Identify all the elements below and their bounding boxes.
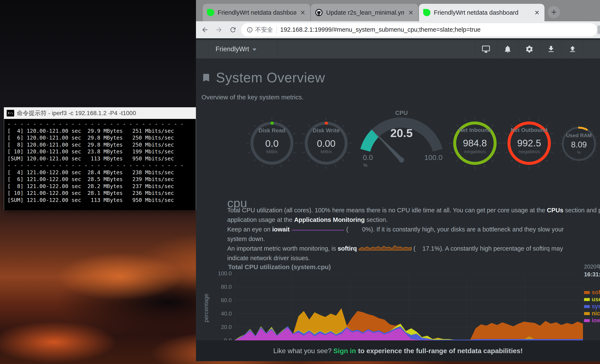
netdata-page: FriendlyWrt xyxy=(196,38,600,361)
url-text: 192.168.2.1:19999/#menu_system_submenu_c… xyxy=(280,26,481,33)
bookmark-icon xyxy=(201,71,211,84)
url-bar: 不安全 192.168.2.1:19999/#menu_system_subme… xyxy=(196,21,600,38)
svg-text:100.0: 100.0 xyxy=(424,153,442,161)
signin-banner: Like what you see? Sign in to experience… xyxy=(196,340,600,361)
y-tick-label: 20.0 xyxy=(206,324,232,330)
legend-item-user[interactable]: user xyxy=(584,296,600,303)
back-button[interactable] xyxy=(199,24,211,36)
tab-title: FriendlyWrt netdata dashboard xyxy=(218,9,296,16)
legend-item-iowait[interactable]: iowait xyxy=(584,317,600,324)
gauge-disk-write[interactable]: Disk Write 0.00 MiB/s xyxy=(298,114,355,173)
svg-text:Disk Write: Disk Write xyxy=(313,127,340,134)
gauge-cpu[interactable]: CPU 20.5 0.0 100.0 % xyxy=(359,96,444,169)
description-line: indicate network driver issues. xyxy=(227,253,600,263)
y-tick-label: 40.0 xyxy=(206,310,232,317)
legend-items: softirqusersystemniceiowait xyxy=(584,289,600,324)
iowait-sparkline xyxy=(291,225,345,234)
export-snapshot-button[interactable] xyxy=(562,40,583,58)
import-snapshot-button[interactable] xyxy=(540,40,562,58)
legend-date: 2020年3 xyxy=(584,263,600,271)
page-subtitle: Overview of the key system metrics. xyxy=(201,93,304,101)
browser-tab-3[interactable]: FriendlyWrt netdata dashboard× xyxy=(419,4,544,21)
terminal-text: - - - - - - - - - - - - - - - - - - - - … xyxy=(8,121,196,204)
new-tab-button[interactable]: + xyxy=(548,6,560,18)
legend-item-nice[interactable]: nice xyxy=(584,310,600,317)
monitor-icon xyxy=(482,45,490,53)
terminal-titlebar[interactable]: C:\ 命令提示符 - iperf3 -c 192.168.1.2 -P4 -t… xyxy=(4,107,196,119)
svg-text:%: % xyxy=(363,163,367,168)
page-heading: System Overview xyxy=(201,70,325,85)
svg-text:MiB/s: MiB/s xyxy=(266,149,278,154)
description-line: application usage at the Applications Mo… xyxy=(227,215,600,225)
node-selector-dropdown[interactable]: FriendlyWrt xyxy=(208,40,277,58)
cmd-icon: C:\ xyxy=(7,110,14,117)
forward-button[interactable] xyxy=(213,24,225,36)
svg-text:Disk Read: Disk Read xyxy=(259,127,285,134)
svg-text:%: % xyxy=(577,150,581,155)
tab-close-icon[interactable]: × xyxy=(534,9,540,17)
legend-label: softirq xyxy=(592,289,600,296)
legend-label: system xyxy=(592,303,600,310)
terminal-title: 命令提示符 - iperf3 -c 192.168.1.2 -P4 -t1000 xyxy=(17,109,136,117)
gauge-used-ram[interactable]: Used RAM 8.09 % xyxy=(559,124,599,165)
chart-legend: 2020年3 16:31:2 softirqusersystemniceiowa… xyxy=(584,263,600,324)
description-line: An important metric worth monitoring, is… xyxy=(227,244,600,253)
svg-text:Net Outbound: Net Outbound xyxy=(511,127,547,133)
y-tick-label: 80.0 xyxy=(206,284,232,290)
svg-text:MiB/s: MiB/s xyxy=(321,149,332,154)
browser-tab-2[interactable]: Update r2s_lean_minimal.yml · k× xyxy=(311,4,418,21)
upload-icon xyxy=(568,45,577,53)
netdata-icon xyxy=(423,9,431,16)
brand-label: FriendlyWrt xyxy=(216,45,249,53)
svg-text:CPU: CPU xyxy=(395,110,408,116)
svg-text:Net Inbound: Net Inbound xyxy=(459,127,491,133)
download-icon xyxy=(547,45,555,53)
svg-text:8.09: 8.09 xyxy=(571,140,587,149)
section-description: Total CPU utilization (all cores). 100% … xyxy=(227,205,600,265)
bell-icon xyxy=(503,45,512,53)
legend-item-softirq[interactable]: softirq xyxy=(584,289,600,296)
softirq-sparkline xyxy=(358,244,412,253)
svg-text:0.0: 0.0 xyxy=(363,153,373,161)
address-input[interactable]: 不安全 192.168.2.1:19999/#menu_system_subme… xyxy=(241,23,597,36)
legend-item-system[interactable]: system xyxy=(584,303,600,310)
chart-title: Total CPU utilization (system.cpu) xyxy=(228,263,331,271)
tab-close-icon[interactable]: × xyxy=(408,9,414,17)
alarms-button[interactable] xyxy=(497,40,518,58)
chevron-down-icon xyxy=(253,48,256,51)
reload-button[interactable] xyxy=(227,24,239,36)
svg-text:20.5: 20.5 xyxy=(390,127,412,139)
description-line: system down. xyxy=(227,234,600,244)
info-icon xyxy=(247,27,253,33)
gauge-disk-read[interactable]: Disk Read 0.0 MiB/s xyxy=(243,114,301,173)
terminal-output: - - - - - - - - - - - - - - - - - - - - … xyxy=(4,119,196,210)
svg-text:Used RAM: Used RAM xyxy=(566,132,592,138)
netdata-navbar: FriendlyWrt xyxy=(196,40,600,59)
gauge-net-inbound[interactable]: Net Inbound 984.8 megabits/s xyxy=(448,117,501,171)
settings-button[interactable] xyxy=(518,40,540,58)
gear-icon xyxy=(525,45,534,53)
legend-swatch xyxy=(584,305,590,308)
browser-tab-1[interactable]: FriendlyWrt netdata dashboard× xyxy=(203,4,310,21)
legend-label: iowait xyxy=(592,317,600,324)
svg-text:0.00: 0.00 xyxy=(317,138,336,149)
legend-swatch xyxy=(584,298,590,301)
y-tick-label: 60.0 xyxy=(206,297,232,304)
signin-link[interactable]: Sign in xyxy=(333,347,356,355)
extension-icon[interactable] xyxy=(598,26,600,34)
legend-swatch xyxy=(584,312,590,315)
legend-time: 16:31:2 xyxy=(584,271,600,278)
svg-text:984.8: 984.8 xyxy=(463,138,487,149)
legend-swatch xyxy=(584,319,590,322)
cpu-chart[interactable] xyxy=(234,273,583,340)
tab-title: Update r2s_lean_minimal.yml · k xyxy=(326,9,404,16)
github-icon xyxy=(315,9,323,16)
site-security-chip[interactable]: 不安全 xyxy=(247,26,273,34)
gauge-net-outbound[interactable]: Net Outbound 992.5 megabits/s xyxy=(503,117,556,171)
tab-close-icon[interactable]: × xyxy=(300,9,306,17)
print-dashboard-button[interactable] xyxy=(475,40,497,58)
legend-label: user xyxy=(592,296,600,303)
signin-text-pre: Like what you see? xyxy=(273,347,331,355)
terminal-window[interactable]: C:\ 命令提示符 - iperf3 -c 192.168.1.2 -P4 -t… xyxy=(4,107,196,210)
svg-text:megabits/s: megabits/s xyxy=(464,149,486,154)
